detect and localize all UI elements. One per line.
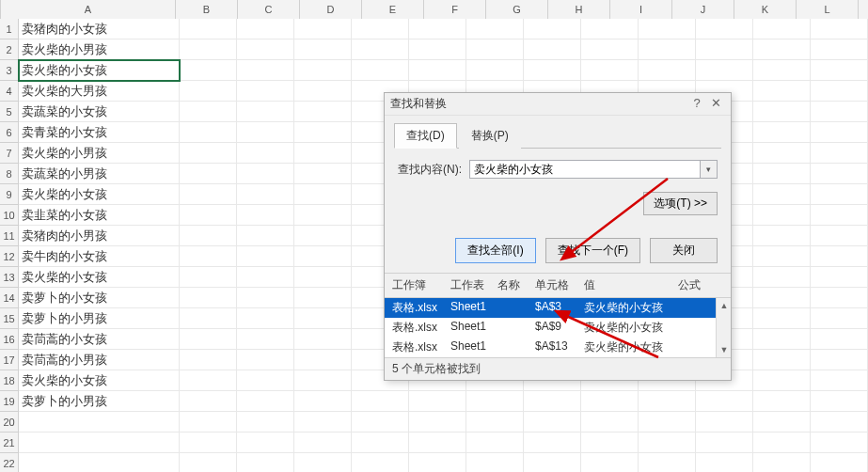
cell-M21[interactable] <box>811 433 868 453</box>
cell-C19[interactable] <box>237 391 294 412</box>
cell-C10[interactable] <box>237 205 294 226</box>
cell-J19[interactable] <box>639 391 696 412</box>
cell-D1[interactable] <box>294 19 352 39</box>
cell-J20[interactable] <box>639 412 696 433</box>
column-header-G[interactable]: G <box>486 0 548 19</box>
cell-L19[interactable] <box>753 391 811 412</box>
cell-D21[interactable] <box>294 433 352 453</box>
cell-E1[interactable] <box>352 19 409 39</box>
cell-A9[interactable]: 卖火柴的小女孩 <box>19 184 180 205</box>
cell-L3[interactable] <box>753 60 811 81</box>
cell-M13[interactable] <box>811 267 868 288</box>
cell-M5[interactable] <box>811 102 868 122</box>
cell-I22[interactable] <box>581 453 639 472</box>
cell-A14[interactable]: 卖萝卜的小女孩 <box>19 288 180 308</box>
cell-D4[interactable] <box>294 81 352 102</box>
row-header-13[interactable]: 13 <box>0 267 19 288</box>
cell-M16[interactable] <box>811 329 868 350</box>
cell-A10[interactable]: 卖韭菜的小女孩 <box>19 205 180 226</box>
cell-A13[interactable]: 卖火柴的小女孩 <box>19 267 180 288</box>
cell-D15[interactable] <box>294 308 352 329</box>
column-header-M[interactable]: M <box>859 0 868 19</box>
row-header-12[interactable]: 12 <box>0 246 19 267</box>
cell-C3[interactable] <box>237 60 294 81</box>
cell-G19[interactable] <box>466 391 524 412</box>
cell-M22[interactable] <box>811 453 868 472</box>
row-header-15[interactable]: 15 <box>0 308 19 329</box>
col-header-name[interactable]: 名称 <box>497 275 535 295</box>
cell-A1[interactable]: 卖猪肉的小女孩 <box>19 19 180 39</box>
tab-replace[interactable]: 替换(P) <box>459 123 521 149</box>
cell-D9[interactable] <box>294 184 352 205</box>
cell-D12[interactable] <box>294 246 352 267</box>
column-header-C[interactable]: C <box>238 0 300 19</box>
cell-G2[interactable] <box>466 39 524 60</box>
cell-D16[interactable] <box>294 329 352 350</box>
cell-C18[interactable] <box>237 370 294 391</box>
cell-C13[interactable] <box>237 267 294 288</box>
cell-E21[interactable] <box>352 433 409 453</box>
search-input[interactable] <box>469 160 701 179</box>
cell-C12[interactable] <box>237 246 294 267</box>
cell-J1[interactable] <box>639 19 696 39</box>
row-header-1[interactable]: 1 <box>0 19 19 39</box>
column-header-J[interactable]: J <box>672 0 734 19</box>
cell-B14[interactable] <box>180 288 237 308</box>
cell-B3[interactable] <box>180 60 237 81</box>
cell-C2[interactable] <box>237 39 294 60</box>
cell-L6[interactable] <box>753 122 811 143</box>
cell-D19[interactable] <box>294 391 352 412</box>
row-header-18[interactable]: 18 <box>0 370 19 391</box>
column-header-H[interactable]: H <box>548 0 610 19</box>
cell-M15[interactable] <box>811 308 868 329</box>
cell-L13[interactable] <box>753 267 811 288</box>
cell-M14[interactable] <box>811 288 868 308</box>
cell-L5[interactable] <box>753 102 811 122</box>
cell-G22[interactable] <box>466 453 524 472</box>
cell-B19[interactable] <box>180 391 237 412</box>
cell-A12[interactable]: 卖牛肉的小女孩 <box>19 246 180 267</box>
column-header-D[interactable]: D <box>300 0 362 19</box>
cell-B21[interactable] <box>180 433 237 453</box>
row-header-6[interactable]: 6 <box>0 122 19 143</box>
cell-C5[interactable] <box>237 102 294 122</box>
cell-C11[interactable] <box>237 226 294 246</box>
cell-A19[interactable]: 卖萝卜的小男孩 <box>19 391 180 412</box>
cell-G20[interactable] <box>466 412 524 433</box>
find-next-button[interactable]: 查找下一个(F) <box>545 238 640 263</box>
cell-B11[interactable] <box>180 226 237 246</box>
cell-A15[interactable]: 卖萝卜的小男孩 <box>19 308 180 329</box>
cell-K1[interactable] <box>696 19 753 39</box>
cell-K3[interactable] <box>696 60 753 81</box>
cell-K22[interactable] <box>696 453 753 472</box>
cell-L21[interactable] <box>753 433 811 453</box>
cell-L17[interactable] <box>753 350 811 370</box>
cell-C15[interactable] <box>237 308 294 329</box>
cell-E20[interactable] <box>352 412 409 433</box>
cell-I21[interactable] <box>581 433 639 453</box>
cell-M6[interactable] <box>811 122 868 143</box>
cell-H21[interactable] <box>524 433 581 453</box>
cell-A20[interactable] <box>19 412 180 433</box>
cell-B15[interactable] <box>180 308 237 329</box>
cell-M4[interactable] <box>811 81 868 102</box>
cell-H2[interactable] <box>524 39 581 60</box>
cell-F3[interactable] <box>409 60 466 81</box>
cell-C17[interactable] <box>237 350 294 370</box>
column-header-I[interactable]: I <box>610 0 672 19</box>
cell-A11[interactable]: 卖猪肉的小男孩 <box>19 226 180 246</box>
row-header-2[interactable]: 2 <box>0 39 19 60</box>
cell-G3[interactable] <box>466 60 524 81</box>
help-button[interactable]: ? <box>687 96 706 113</box>
cell-B12[interactable] <box>180 246 237 267</box>
cell-L18[interactable] <box>753 370 811 391</box>
cell-J21[interactable] <box>639 433 696 453</box>
dialog-titlebar[interactable]: 查找和替换 ? ✕ <box>385 93 731 116</box>
cell-A3[interactable]: 卖火柴的小女孩 <box>19 60 180 81</box>
col-header-formula[interactable]: 公式 <box>678 275 723 295</box>
cell-C8[interactable] <box>237 164 294 184</box>
cell-F1[interactable] <box>409 19 466 39</box>
search-history-dropdown[interactable]: ▾ <box>701 160 718 179</box>
row-header-5[interactable]: 5 <box>0 102 19 122</box>
cell-M19[interactable] <box>811 391 868 412</box>
